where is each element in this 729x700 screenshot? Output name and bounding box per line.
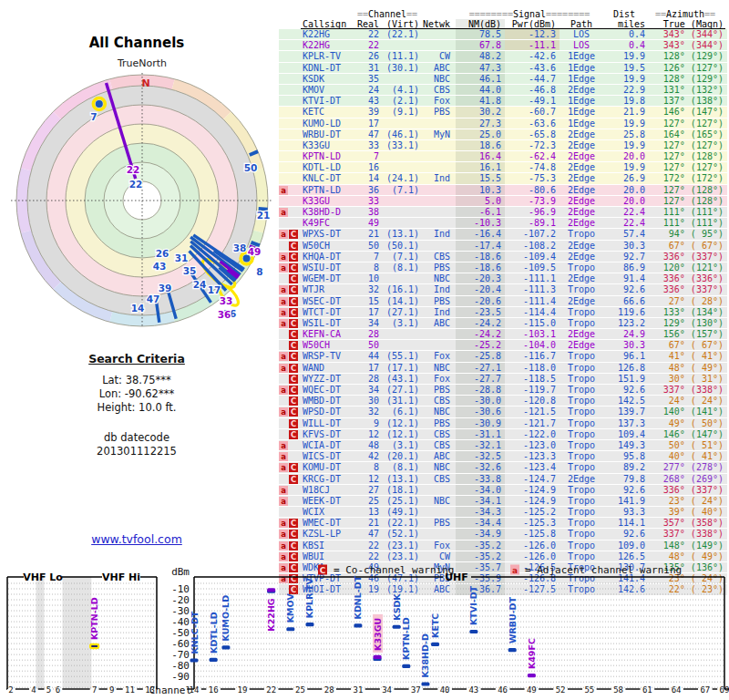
path-cell: 2Edge [560,162,603,172]
distance-cell: 141.9 [603,496,645,506]
network-cell: CBS [419,474,456,484]
virtual-channel-cell: (27.1) [379,385,419,395]
power-cell: -124.9 [505,496,560,506]
warning-flags [279,140,301,150]
virtual-channel-cell: (20.1) [379,451,419,461]
callsign-cell: KHQA-DT [301,252,355,262]
noise-margin-cell: 10.3 [456,185,505,195]
table-row: aCWQEC-DT34(27.1)PBS-28.8-119.7Tropo92.6… [279,385,727,396]
network-cell [419,140,456,150]
path-cell: 2Edge [560,196,603,206]
table-row: K22HG22(22.1)78.5-12.3LOS0.4343° (344°) [279,29,727,40]
callsign-cell: WTCT-DT [301,307,355,317]
network-cell [419,218,456,228]
channel-tick-label: 5 [46,685,51,695]
virtual-channel-cell: (14.1) [379,296,419,306]
table-row: aWCIA-DT48(3.1)CBS-32.1-123.0Tropo149.3 … [279,440,727,451]
real-channel-cell: 8 [355,462,379,472]
co-channel-legend-label: = Co-channel warning [334,564,454,576]
virtual-channel-cell: (25.1) [379,496,419,506]
warning-flags: C [279,429,301,439]
table-row: KPLR-TV26(11.1)CW48.2-42.61Edge19.9128° … [279,51,727,62]
warning-flags [279,129,301,139]
power-cell: -63.6 [505,118,560,129]
radar-chart-title: All Channels [0,35,273,51]
callsign-cell: KEFN-CA [301,329,355,339]
network-cell: NBC [419,496,456,506]
co-channel-warning-flag: C [289,375,298,384]
table-row: CKEFN-CA28-24.2-103.12Edge24.9156° (157°… [279,329,727,340]
network-cell: CBS [419,396,456,406]
path-cell: 2Edge [560,85,603,95]
network-cell [419,485,456,495]
svg-text:C: C [320,566,326,575]
co-channel-warning-flag: C [289,352,298,361]
table-row: aCWMEC-DT21(22.1)PBS-34.4-125.3Tropo114.… [279,518,727,529]
real-channel-cell: 24 [355,85,379,95]
power-cell: -115.0 [505,318,560,328]
table-row: aWICS-DT42(20.1)ABC-32.5-123.3Tropo95.8 … [279,451,727,462]
channel-tick-label: 25 [295,685,305,695]
warning-flags [279,118,301,129]
network-cell [419,241,456,251]
real-channel-cell: 47 [355,129,379,139]
svg-text:KETC: KETC [430,613,440,638]
path-cell: Tropo [560,407,603,417]
virtual-channel-cell [379,151,419,161]
power-cell: -125.8 [505,529,560,539]
path-cell: Tropo [560,374,603,384]
noise-margin-cell: 44.0 [456,85,505,95]
channel-label-7: 7 [90,111,97,122]
warning-flags [279,173,301,183]
noise-margin-cell: -25.8 [456,351,505,361]
path-cell: 2Edge [560,340,603,350]
channel-tick-label: 2 [8,685,13,695]
virtual-channel-cell: (13.1) [379,474,419,484]
noise-margin-cell: 78.5 [456,29,505,39]
distance-cell: 22.9 [603,85,645,95]
co-channel-warning-flag: C [289,519,298,528]
real-channel-cell: 12 [355,474,379,484]
network-cell [419,507,456,517]
path-cell: 1Edge [560,51,603,61]
power-cell: -42.6 [505,51,560,61]
distance-cell: 149.3 [603,440,645,450]
warning-flags: aC [279,252,301,262]
real-channel-cell: 38 [355,207,379,217]
warning-flags: aC [279,296,301,306]
path-cell: Tropo [560,396,603,406]
azimuth-cell: 49° ( 50°) [645,418,725,428]
distance-cell: 19.9 [603,118,645,129]
real-channel-cell: 27 [355,485,379,495]
virtual-channel-cell: (3.1) [379,318,419,328]
virtual-channel-cell: (22.1) [379,29,419,39]
table-row: CWGEM-DT10NBC-20.3-111.12Edge91.4336° (3… [279,273,727,284]
adjacent-warning-flag: a [279,552,288,561]
noise-margin-cell: -32.5 [456,451,505,461]
noise-margin-cell: -17.4 [456,241,505,251]
callsign-cell: WQEC-DT [301,385,355,395]
co-channel-warning-flag: C [289,297,298,306]
azimuth-cell: 127° (128°) [645,151,725,161]
power-cell: -123.3 [505,451,560,461]
azimuth-cell: 27° ( 28°) [645,296,725,306]
col-path: Path [560,19,603,29]
power-cell: -119.7 [505,385,560,395]
path-cell: Tropo [560,485,603,495]
adjacent-warning-flag: a [279,208,288,217]
real-channel-cell: 28 [355,329,379,339]
noise-margin-cell: 67.8 [456,40,505,50]
virtual-channel-cell: (49.1) [379,507,419,517]
virtual-channel-cell: (13.1) [379,229,419,239]
tvfool-website-link[interactable]: www.tvfool.com [0,532,273,546]
power-cell: -123.0 [505,440,560,450]
svg-text:K38HD-D: K38HD-D [420,633,430,678]
virtual-channel-cell: (2.1) [379,96,419,106]
signal-marker-KETC: KETC [430,613,440,646]
power-cell: -116.7 [505,351,560,361]
azimuth-cell: 336° (337°) [645,485,725,495]
path-cell: 2Edge [560,296,603,306]
power-cell: -111.4 [505,296,560,306]
distance-cell: 95.8 [603,451,645,461]
power-cell: -111.3 [505,284,560,294]
